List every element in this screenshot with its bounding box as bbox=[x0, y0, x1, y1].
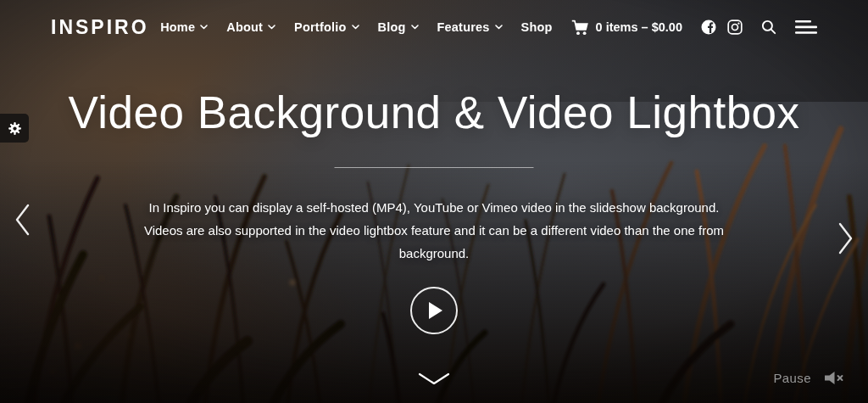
nav-item-portfolio[interactable]: Portfolio bbox=[294, 20, 359, 34]
social-links bbox=[701, 20, 743, 35]
chevron-down-icon bbox=[418, 372, 450, 385]
cart-icon bbox=[571, 20, 589, 36]
chevron-down-icon bbox=[495, 25, 503, 30]
play-icon bbox=[428, 301, 443, 320]
chevron-down-icon bbox=[352, 25, 359, 30]
cart-label: 0 items – $0.00 bbox=[596, 20, 682, 34]
chevron-down-icon bbox=[268, 25, 275, 30]
title-divider bbox=[335, 167, 534, 168]
gear-icon bbox=[8, 121, 22, 136]
hero-description-line: Videos are also supported in the video l… bbox=[0, 219, 868, 242]
chevron-right-icon bbox=[837, 222, 854, 255]
nav-item-features[interactable]: Features bbox=[437, 20, 503, 34]
nav-item-label: Home bbox=[160, 20, 195, 34]
nav-item-label: Shop bbox=[521, 20, 553, 34]
menu-button[interactable] bbox=[795, 20, 817, 34]
instagram-icon bbox=[727, 20, 743, 35]
scroll-down-button[interactable] bbox=[416, 371, 452, 389]
main-nav: Home About Portfolio Blog Features Shop bbox=[160, 20, 817, 36]
nav-item-blog[interactable]: Blog bbox=[378, 20, 419, 34]
muted-speaker-icon bbox=[824, 371, 844, 385]
nav-item-label: Features bbox=[437, 20, 490, 34]
search-button[interactable] bbox=[761, 20, 776, 35]
instagram-link[interactable] bbox=[727, 20, 743, 35]
hero-slider: INSPIRO Home About Portfolio Blog Featur… bbox=[0, 0, 868, 403]
site-header: INSPIRO Home About Portfolio Blog Featur… bbox=[0, 0, 868, 54]
facebook-icon bbox=[701, 20, 716, 35]
hero-description-line: background. bbox=[0, 242, 868, 265]
nav-item-shop[interactable]: Shop bbox=[521, 20, 553, 34]
customizer-toggle-button[interactable] bbox=[0, 114, 29, 143]
next-slide-button[interactable] bbox=[833, 219, 858, 260]
chevron-left-icon bbox=[14, 204, 31, 236]
play-video-button[interactable] bbox=[410, 287, 458, 334]
menu-icon bbox=[795, 20, 817, 34]
search-icon bbox=[761, 20, 776, 35]
nav-item-label: About bbox=[226, 20, 263, 34]
facebook-link[interactable] bbox=[701, 20, 716, 35]
pause-video-button[interactable]: Pause bbox=[773, 371, 811, 385]
prev-slide-button[interactable] bbox=[10, 200, 35, 242]
chevron-down-icon bbox=[200, 25, 208, 30]
nav-item-label: Blog bbox=[378, 20, 406, 34]
chevron-down-icon bbox=[411, 25, 419, 30]
hero-title: Video Background & Video Lightbox bbox=[0, 87, 868, 139]
nav-item-home[interactable]: Home bbox=[160, 20, 208, 34]
mute-button[interactable] bbox=[824, 371, 844, 385]
video-controls: Pause bbox=[773, 371, 844, 385]
hero-description: In Inspiro you can display a self-hosted… bbox=[0, 196, 868, 265]
nav-item-label: Portfolio bbox=[294, 20, 346, 34]
hero-description-line: In Inspiro you can display a self-hosted… bbox=[0, 196, 868, 219]
site-logo[interactable]: INSPIRO bbox=[51, 16, 149, 39]
nav-item-about[interactable]: About bbox=[226, 20, 275, 34]
cart-link[interactable]: 0 items – $0.00 bbox=[571, 20, 682, 36]
